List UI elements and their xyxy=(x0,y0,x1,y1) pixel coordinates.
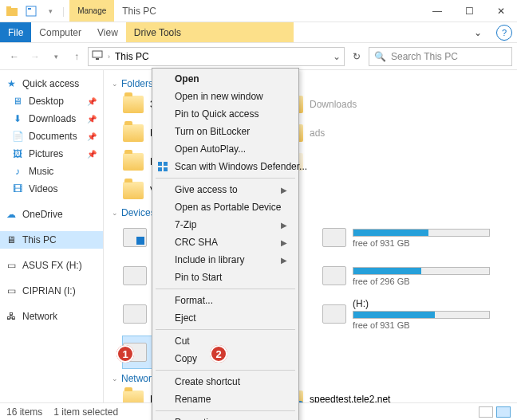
ctx-eject[interactable]: Eject xyxy=(152,309,298,327)
ctx--zip[interactable]: 7-Zip▶ xyxy=(152,216,298,234)
ctx-properties[interactable]: Properties xyxy=(152,414,298,420)
ctx-open-autoplay-[interactable]: Open AutoPlay... xyxy=(152,140,298,158)
up-button[interactable]: ↑ xyxy=(67,47,86,66)
address-bar[interactable]: › This PC ⌄ xyxy=(88,47,345,66)
ctx-give-access-to[interactable]: Give access to▶ xyxy=(152,181,298,198)
navigation-pane: ★Quick access 🖥Desktop📌 ⬇Downloads📌 📄Doc… xyxy=(0,70,104,402)
drive-free-text: free of 296 GB xyxy=(353,277,490,286)
svg-rect-4 xyxy=(93,51,102,57)
sidebar-this-pc[interactable]: 🖥This PC xyxy=(0,231,103,249)
pin-icon: 📌 xyxy=(87,97,97,106)
address-path: This PC xyxy=(115,51,149,62)
drive-usage-bar xyxy=(353,267,490,275)
view-tiles-button[interactable] xyxy=(496,406,511,418)
forward-button[interactable]: → xyxy=(26,47,45,66)
view-details-button[interactable] xyxy=(479,406,493,418)
svg-rect-1 xyxy=(6,6,11,9)
drive-icon: ▭ xyxy=(5,285,18,297)
sidebar-item-videos[interactable]: 🎞Videos xyxy=(0,180,103,198)
search-placeholder: Search This PC xyxy=(391,51,458,62)
close-button[interactable]: ✕ xyxy=(485,0,517,22)
submenu-arrow-icon: ▶ xyxy=(281,256,287,265)
sidebar-asus-drive[interactable]: ▭ASUS FX (H:) xyxy=(0,257,103,274)
svg-rect-5 xyxy=(96,58,99,60)
tab-computer[interactable]: Computer xyxy=(31,22,89,42)
ctx-cut[interactable]: Cut xyxy=(152,332,298,350)
recent-dropdown[interactable]: ▾ xyxy=(46,47,65,66)
search-box[interactable]: 🔍 Search This PC xyxy=(369,47,512,66)
search-icon: 🔍 xyxy=(374,51,386,62)
drive-name: (H:) xyxy=(353,298,490,309)
sidebar-network[interactable]: 🖧Network xyxy=(0,308,103,325)
context-menu: OpenOpen in new windowPin to Quick acces… xyxy=(152,68,299,420)
submenu-arrow-icon: ▶ xyxy=(281,221,287,230)
drive-item[interactable]: free of 931 GB xyxy=(322,222,490,253)
sidebar-onedrive[interactable]: ☁OneDrive xyxy=(0,206,103,223)
submenu-arrow-icon: ▶ xyxy=(281,186,287,194)
folder-downloads[interactable]: Downloads xyxy=(282,92,410,116)
ctx-open-in-new-window[interactable]: Open in new window xyxy=(152,88,298,105)
svg-rect-7 xyxy=(158,162,162,166)
drive-free-text: free of 931 GB xyxy=(353,320,490,330)
ctx-pin-to-quick-access[interactable]: Pin to Quick access xyxy=(152,105,298,123)
tab-file[interactable]: File xyxy=(0,22,31,42)
quick-access-toolbar: ▾ | xyxy=(0,0,69,22)
drive-free-text: free of 931 GB xyxy=(353,238,490,248)
ctx-crc-sha[interactable]: CRC SHA▶ xyxy=(152,234,298,251)
ctx-scan-with-windows-defender-[interactable]: Scan with Windows Defender... xyxy=(152,158,298,175)
sidebar-ciprian-drive[interactable]: ▭CIPRIAN (I:) xyxy=(0,282,103,300)
refresh-button[interactable]: ↻ xyxy=(346,47,367,66)
submenu-arrow-icon: ▶ xyxy=(281,238,287,247)
sidebar-quick-access[interactable]: ★Quick access xyxy=(0,75,103,92)
minimize-button[interactable]: — xyxy=(421,0,453,22)
drive-item[interactable]: (H:) free of 931 GB xyxy=(322,298,490,330)
address-dropdown-icon[interactable]: ⌄ xyxy=(333,51,341,62)
sidebar-item-documents[interactable]: 📄Documents📌 xyxy=(0,128,103,145)
network-icon: 🖧 xyxy=(5,310,18,323)
ctx-turn-on-bitlocker[interactable]: Turn on BitLocker xyxy=(152,123,298,140)
title-bar: ▾ | Manage This PC — ☐ ✕ xyxy=(0,0,517,22)
defender-icon xyxy=(156,160,169,173)
folder-icon xyxy=(123,124,144,142)
drive-usage-bar xyxy=(353,311,490,319)
maximize-button[interactable]: ☐ xyxy=(453,0,485,22)
ctx-include-in-library[interactable]: Include in library▶ xyxy=(152,251,298,269)
svg-rect-0 xyxy=(6,8,18,16)
ctx-open-as-portable-device[interactable]: Open as Portable Device xyxy=(152,198,298,216)
properties-icon[interactable] xyxy=(24,4,38,18)
drive-icon xyxy=(322,304,346,324)
status-selected: 1 item selected xyxy=(53,406,118,418)
drive-item[interactable]: free of 296 GB xyxy=(322,260,490,292)
videos-icon: 🎞 xyxy=(11,183,24,195)
help-icon[interactable]: ? xyxy=(496,25,512,41)
folder-partial[interactable]: ads xyxy=(282,121,410,145)
drive-icon xyxy=(123,228,147,247)
drive-icon xyxy=(322,266,346,285)
sidebar-item-music[interactable]: ♪Music xyxy=(0,163,103,180)
back-button[interactable]: ← xyxy=(5,47,24,66)
ctx-pin-to-start[interactable]: Pin to Start xyxy=(152,269,298,286)
sidebar-item-desktop[interactable]: 🖥Desktop📌 xyxy=(0,92,103,110)
sidebar-item-downloads[interactable]: ⬇Downloads📌 xyxy=(0,110,103,128)
netloc-speedtest[interactable]: speedtest.tele2.net xyxy=(282,387,410,402)
ctx-format-[interactable]: Format... xyxy=(152,292,298,309)
svg-rect-10 xyxy=(164,167,168,171)
ribbon-expand-icon[interactable]: ⌄ xyxy=(464,22,491,42)
folder-icon xyxy=(123,96,144,113)
window-controls: — ☐ ✕ xyxy=(421,0,517,22)
status-item-count: 16 items xyxy=(6,406,42,418)
ctx-open[interactable]: Open xyxy=(152,70,298,88)
qat-dropdown-icon[interactable]: ▾ xyxy=(43,4,57,18)
sidebar-item-pictures[interactable]: 🖼Pictures📌 xyxy=(0,145,103,163)
ctx-create-shortcut[interactable]: Create shortcut xyxy=(152,373,298,391)
svg-rect-2 xyxy=(26,6,36,16)
music-icon: ♪ xyxy=(11,165,24,178)
chevron-down-icon: ⌄ xyxy=(112,209,118,217)
tab-drive-tools[interactable]: Drive Tools xyxy=(126,22,294,42)
folder-icon xyxy=(123,182,144,199)
desktop-icon: 🖥 xyxy=(11,95,24,108)
cloud-icon: ☁ xyxy=(5,208,18,221)
contextual-tab-drive[interactable]: Manage xyxy=(69,0,114,22)
ctx-rename[interactable]: Rename xyxy=(152,391,298,408)
tab-view[interactable]: View xyxy=(89,22,126,42)
